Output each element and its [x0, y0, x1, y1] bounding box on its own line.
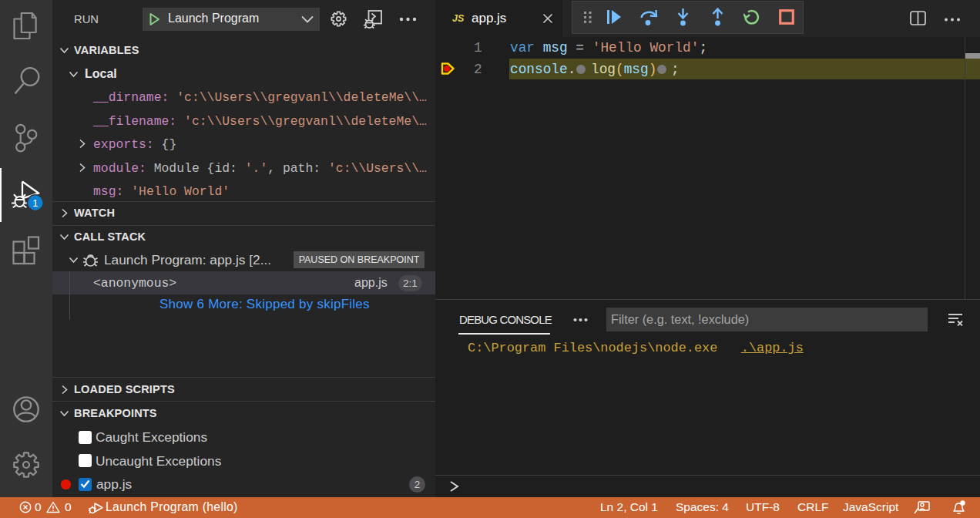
svg-text:1: 1 [32, 197, 38, 209]
